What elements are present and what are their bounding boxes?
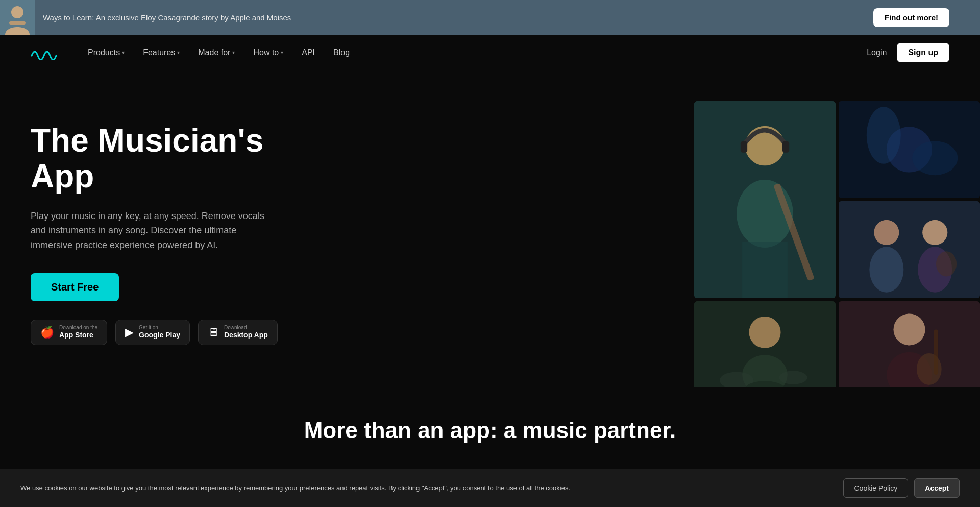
svg-point-27 <box>893 313 925 345</box>
svg-point-24 <box>779 371 807 384</box>
cookie-banner: We use cookies on our website to give yo… <box>0 469 980 507</box>
svg-point-12 <box>867 107 901 164</box>
desktop-app-button[interactable]: 🖥 Download Desktop App <box>198 320 278 345</box>
svg-rect-14 <box>839 201 980 298</box>
hero-image-3 <box>839 201 980 298</box>
hero-image-2 <box>839 101 980 198</box>
svg-point-1 <box>11 6 23 18</box>
nav-products[interactable]: Products ▾ <box>88 48 125 57</box>
app-store-button[interactable]: 🍎 Download on the App Store <box>31 320 107 345</box>
hero-content: The Musician's App Play your music in an… <box>31 123 316 345</box>
find-out-more-button[interactable]: Find out more! <box>873 8 949 27</box>
hero-title: The Musician's App <box>31 123 316 195</box>
navbar: Products ▾ Features ▾ Made for ▾ How to … <box>0 35 980 70</box>
nav-how-to[interactable]: How to ▾ <box>253 48 283 57</box>
app-buttons: 🍎 Download on the App Store ▶ Get it on … <box>31 320 316 345</box>
login-button[interactable]: Login <box>867 48 887 57</box>
svg-rect-8 <box>782 141 789 153</box>
apple-icon: 🍎 <box>40 326 54 339</box>
desktop-app-label: Desktop App <box>224 330 268 340</box>
start-free-button[interactable]: Start Free <box>31 273 119 301</box>
svg-point-19 <box>936 251 957 276</box>
cookie-accept-button[interactable]: Accept <box>914 478 960 498</box>
banner-text: Ways to Learn: An exclusive Eloy Casagra… <box>43 13 291 22</box>
banner-left: Ways to Learn: An exclusive Eloy Casagra… <box>0 0 291 35</box>
nav-api[interactable]: API <box>302 48 315 57</box>
google-play-button[interactable]: ▶ Get it on Google Play <box>115 320 190 345</box>
hero-images <box>694 101 980 387</box>
desktop-app-small-text: Download <box>224 325 247 330</box>
hero-subtitle: Play your music in any key, at any speed… <box>31 209 265 253</box>
banner-avatar <box>0 0 35 35</box>
more-title: More than an app: a music partner. <box>31 418 949 443</box>
svg-rect-6 <box>742 242 788 298</box>
google-play-small-text: Get it on <box>139 325 158 330</box>
google-play-icon: ▶ <box>125 326 134 339</box>
svg-point-13 <box>912 141 958 175</box>
chevron-down-icon: ▾ <box>122 50 125 55</box>
app-store-label: App Store <box>59 330 93 340</box>
cookie-text: We use cookies on our website to give yo… <box>20 483 833 493</box>
chevron-down-icon: ▾ <box>232 50 235 55</box>
chevron-down-icon: ▾ <box>281 50 283 55</box>
nav-blog[interactable]: Blog <box>333 48 350 57</box>
app-store-small-text: Download on the <box>59 325 97 330</box>
svg-rect-2 <box>9 21 26 25</box>
svg-point-16 <box>869 247 903 292</box>
nav-logo[interactable] <box>31 45 57 60</box>
google-play-label: Google Play <box>139 330 180 340</box>
svg-point-17 <box>922 220 947 245</box>
more-section: More than an app: a music partner. <box>0 387 980 453</box>
hero-image-4 <box>694 301 836 387</box>
desktop-icon: 🖥 <box>208 326 219 339</box>
svg-point-21 <box>749 317 780 348</box>
svg-rect-7 <box>741 141 747 153</box>
svg-point-15 <box>874 220 899 245</box>
nav-made-for[interactable]: Made for ▾ <box>198 48 235 57</box>
nav-features[interactable]: Features ▾ <box>143 48 180 57</box>
hero-image-5 <box>839 301 980 387</box>
top-banner: Ways to Learn: An exclusive Eloy Casagra… <box>0 0 980 35</box>
signup-button[interactable]: Sign up <box>897 43 949 62</box>
nav-right: Login Sign up <box>867 43 949 62</box>
chevron-down-icon: ▾ <box>177 50 180 55</box>
cookie-policy-button[interactable]: Cookie Policy <box>843 478 908 498</box>
hero-image-1 <box>694 101 836 298</box>
hero-section: The Musician's App Play your music in an… <box>0 70 980 387</box>
svg-rect-30 <box>934 329 938 375</box>
nav-links: Products ▾ Features ▾ Made for ▾ How to … <box>88 48 867 57</box>
cookie-actions: Cookie Policy Accept <box>843 478 960 498</box>
